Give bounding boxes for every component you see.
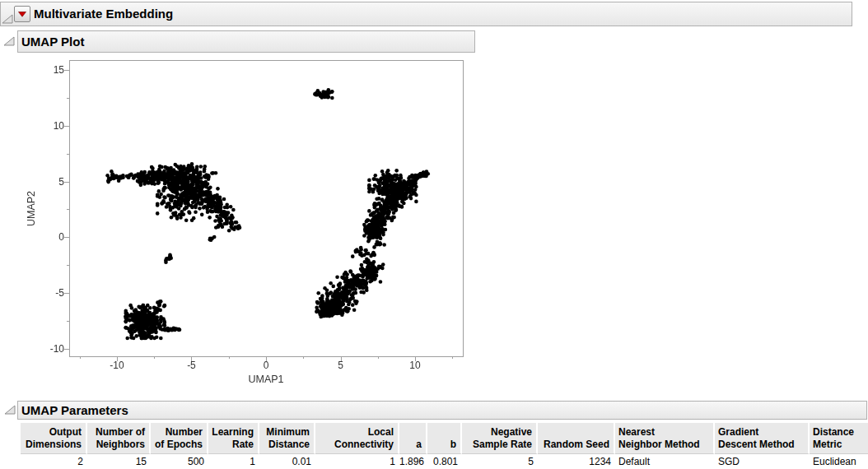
red-triangle-menu-button[interactable] xyxy=(14,6,30,22)
y-axis-title: UMAP2 xyxy=(26,168,38,250)
disclosure-triangle-parameters[interactable] xyxy=(4,405,16,415)
param-value: 1.896 xyxy=(399,454,427,468)
param-value: 2 xyxy=(21,454,87,468)
param-column-header: NearestNeighbor Method xyxy=(615,423,715,454)
report-title: Multivariate Embedding xyxy=(34,7,173,21)
param-column-header: NegativeSample Rate xyxy=(462,423,538,454)
param-value: 0.01 xyxy=(259,454,315,468)
y-tick-label: -10 xyxy=(35,343,64,355)
param-column-header: a xyxy=(399,423,427,454)
param-column-header: LearningRate xyxy=(208,423,259,454)
plot-section-bar xyxy=(17,30,475,53)
x-tick-label: 5 xyxy=(324,360,357,371)
y-tick-label: -5 xyxy=(35,287,64,299)
param-value: 15 xyxy=(87,454,151,468)
param-column-header: OutputDimensions xyxy=(21,423,87,454)
x-tick-label: 10 xyxy=(399,360,432,371)
param-value: SGD xyxy=(715,454,810,468)
param-value: Euclidean xyxy=(810,454,868,468)
umap-parameters-table: OutputDimensionsNumber ofNeighborsNumber… xyxy=(21,423,868,468)
param-value: 0.801 xyxy=(427,454,462,468)
umap-scatter-plot[interactable] xyxy=(53,60,476,366)
param-value: 1234 xyxy=(538,454,615,468)
y-tick-label: 10 xyxy=(35,120,64,132)
param-column-header: LocalConnectivity xyxy=(315,423,399,454)
red-triangle-icon xyxy=(18,12,26,17)
param-column-header: DistanceMetric xyxy=(810,423,868,454)
plot-section-title: UMAP Plot xyxy=(21,35,84,49)
param-value: 1 xyxy=(208,454,259,468)
x-tick-label: 0 xyxy=(250,360,282,371)
param-value: 5 xyxy=(462,454,538,468)
param-column-header: Random Seed xyxy=(538,423,615,454)
disclosure-triangle-plot[interactable] xyxy=(3,36,15,46)
x-axis-title: UMAP1 xyxy=(225,374,307,386)
param-column-header: b xyxy=(427,423,462,454)
param-column-header: Numberof Epochs xyxy=(151,423,208,454)
parameters-section-title: UMAP Parameters xyxy=(21,403,128,417)
param-column-header: GradientDescent Method xyxy=(715,423,810,454)
param-value: 500 xyxy=(151,454,208,468)
y-tick-label: 0 xyxy=(35,231,64,243)
disclosure-triangle-report[interactable] xyxy=(2,14,13,24)
y-tick-label: 5 xyxy=(35,176,64,188)
param-value: 1 xyxy=(315,454,399,468)
x-tick-label: -10 xyxy=(100,360,133,371)
parameters-section-bar xyxy=(17,401,867,420)
param-column-header: MinimumDistance xyxy=(259,423,315,454)
y-tick-label: 15 xyxy=(35,64,64,76)
param-value: Default xyxy=(615,454,715,468)
x-tick-label: -5 xyxy=(175,360,208,371)
param-column-header: Number ofNeighbors xyxy=(87,423,151,454)
